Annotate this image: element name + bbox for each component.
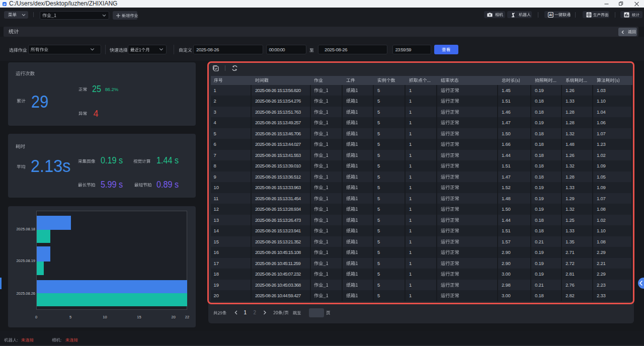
- svg-text:P: P: [3, 3, 5, 6]
- svg-text:AI: AI: [549, 13, 552, 17]
